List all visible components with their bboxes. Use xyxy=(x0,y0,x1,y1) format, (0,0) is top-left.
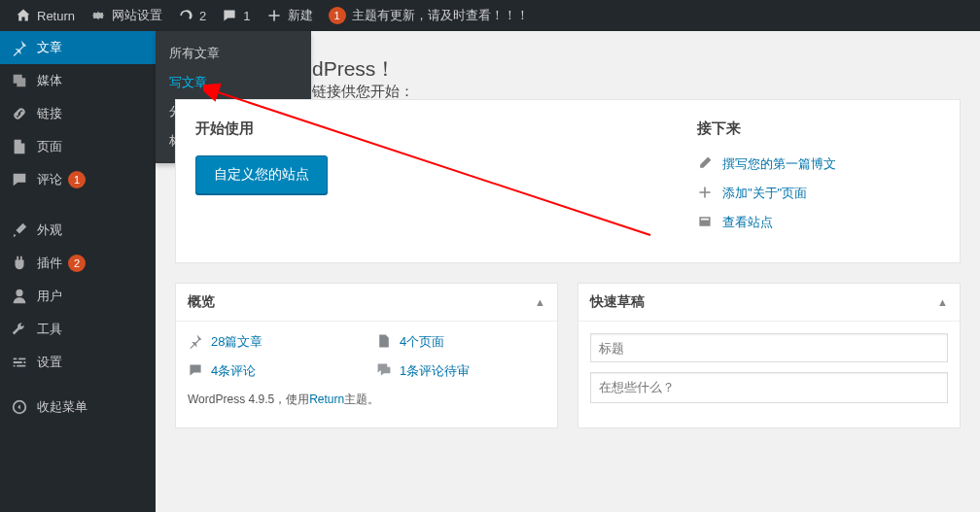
draft-content-input[interactable] xyxy=(590,372,948,403)
sidebar-label-collapse: 收起菜单 xyxy=(37,398,88,416)
overview-footer-pre: WordPress 4.9.5，使用 xyxy=(188,393,309,406)
sidebar-item-collapse[interactable]: 收起菜单 xyxy=(0,391,156,424)
overview-comments-label: 4条评论 xyxy=(211,362,256,380)
gear-icon xyxy=(90,8,106,23)
new-content[interactable]: 新建 xyxy=(259,0,321,31)
collapse-toggle[interactable]: ▲ xyxy=(535,296,545,308)
link-icon xyxy=(10,104,29,123)
comment-icon xyxy=(10,170,29,189)
sidebar-item-users[interactable]: 用户 xyxy=(0,280,156,313)
theme-update-notice[interactable]: 1 主题有更新，请及时查看！！！ xyxy=(321,0,537,31)
quickdraft-title: 快速草稿 xyxy=(590,293,645,311)
sidebar-label-tools: 工具 xyxy=(37,321,62,338)
comment-icon xyxy=(222,8,237,23)
notice-badge: 1 xyxy=(329,7,346,24)
quickdraft-box: 快速草稿 ▲ xyxy=(578,283,961,428)
admin-sidebar: 文章 媒体 链接 页面 评论 1 外观 插件 2 xyxy=(0,31,156,512)
sidebar-item-tools[interactable]: 工具 xyxy=(0,313,156,346)
overview-footer-link[interactable]: Return xyxy=(309,393,344,406)
comments-count: 1 xyxy=(243,9,250,23)
welcome-col-next: 接下来 撰写您的第一篇博文 添加"关于"页面 xyxy=(697,119,940,243)
user-icon xyxy=(10,287,29,306)
refresh-icon xyxy=(178,8,193,23)
sidebar-label-media: 媒体 xyxy=(37,72,62,89)
admin-topbar: Return 网站设置 2 1 新建 1 主题有更新，请及时查看！！！ xyxy=(0,0,980,31)
sidebar-label-links: 链接 xyxy=(37,105,62,122)
quicklink-add-about[interactable]: 添加"关于"页面 xyxy=(697,185,940,202)
notice-text: 主题有更新，请及时查看！！！ xyxy=(352,7,529,24)
comment-icon xyxy=(188,362,205,380)
overview-title: 概览 xyxy=(188,293,215,311)
sidebar-label-pages: 页面 xyxy=(37,138,62,155)
overview-pages[interactable]: 4个页面 xyxy=(376,333,545,351)
next-steps-heading: 接下来 xyxy=(697,119,940,138)
overview-pending[interactable]: 1条评论待审 xyxy=(376,362,545,380)
site-name: Return xyxy=(37,9,75,23)
sliders-icon xyxy=(10,353,29,372)
welcome-col-start: 开始使用 自定义您的站点 xyxy=(195,119,697,243)
collapse-icon xyxy=(10,397,29,417)
sidebar-label-posts: 文章 xyxy=(37,39,62,56)
updates-link[interactable]: 2 xyxy=(170,0,214,31)
sidebar-label-plugins: 插件 xyxy=(37,255,62,272)
sidebar-label-users: 用户 xyxy=(37,288,62,305)
customize-site-button[interactable]: 自定义您的站点 xyxy=(195,155,328,194)
quicklink-view-site[interactable]: 查看站点 xyxy=(697,214,940,231)
site-link[interactable]: Return xyxy=(8,0,83,31)
comments-icon xyxy=(376,362,394,380)
sidebar-item-pages[interactable]: 页面 xyxy=(0,130,156,163)
updates-count: 2 xyxy=(199,9,206,23)
overview-box: 概览 ▲ 28篇文章 4个页面 4条评论 xyxy=(175,283,558,428)
sidebar-item-links[interactable]: 链接 xyxy=(0,97,156,130)
main-content: dPress！ 链接供您开始： 开始使用 自定义您的站点 接下来 撰写您的第一篇… xyxy=(156,31,980,512)
page-icon xyxy=(376,333,394,351)
overview-posts[interactable]: 28篇文章 xyxy=(188,333,357,351)
sidebar-item-settings[interactable]: 设置 xyxy=(0,346,156,379)
overview-posts-label: 28篇文章 xyxy=(211,333,262,351)
brush-icon xyxy=(10,221,29,240)
quicklink-add-about-label: 添加"关于"页面 xyxy=(722,185,807,202)
page-icon xyxy=(10,137,29,156)
quicklink-view-site-label: 查看站点 xyxy=(722,214,773,231)
home-icon xyxy=(16,8,31,23)
sidebar-item-posts[interactable]: 文章 xyxy=(0,31,156,64)
pin-icon xyxy=(10,38,29,57)
overview-footer: WordPress 4.9.5，使用Return主题。 xyxy=(188,392,545,408)
plugins-badge: 2 xyxy=(68,255,86,272)
plus-icon xyxy=(266,8,282,23)
sidebar-item-plugins[interactable]: 插件 2 xyxy=(0,247,156,280)
sidebar-label-comments: 评论 xyxy=(37,171,62,188)
overview-pending-label: 1条评论待审 xyxy=(400,362,470,380)
welcome-panel: dPress！ 链接供您开始： 开始使用 自定义您的站点 接下来 撰写您的第一篇… xyxy=(175,99,961,263)
plugin-icon xyxy=(10,254,29,273)
media-icon xyxy=(10,71,29,90)
edit-icon xyxy=(697,155,715,173)
get-started-heading: 开始使用 xyxy=(195,119,697,138)
quicklink-write-first-label: 撰写您的第一篇博文 xyxy=(722,155,836,173)
wrench-icon xyxy=(10,320,29,339)
quicklink-write-first[interactable]: 撰写您的第一篇博文 xyxy=(697,155,940,173)
comments-badge: 1 xyxy=(68,171,86,188)
sidebar-item-media[interactable]: 媒体 xyxy=(0,64,156,97)
sidebar-item-comments[interactable]: 评论 1 xyxy=(0,163,156,196)
welcome-title: dPress！ xyxy=(312,55,414,83)
plus-icon xyxy=(697,185,715,202)
overview-comments[interactable]: 4条评论 xyxy=(188,362,357,380)
view-icon xyxy=(697,214,715,231)
sidebar-label-settings: 设置 xyxy=(37,354,62,371)
collapse-toggle[interactable]: ▲ xyxy=(937,296,948,308)
pin-icon xyxy=(188,333,205,351)
site-settings-label: 网站设置 xyxy=(112,7,162,24)
overview-footer-post: 主题。 xyxy=(344,393,379,406)
comments-link[interactable]: 1 xyxy=(214,0,258,31)
sidebar-item-appearance[interactable]: 外观 xyxy=(0,214,156,247)
sidebar-label-appearance: 外观 xyxy=(37,222,62,239)
draft-title-input[interactable] xyxy=(590,333,948,362)
overview-pages-label: 4个页面 xyxy=(400,333,444,351)
new-label: 新建 xyxy=(288,7,313,24)
site-settings[interactable]: 网站设置 xyxy=(83,0,170,31)
welcome-subtitle: 链接供您开始： xyxy=(312,83,414,101)
